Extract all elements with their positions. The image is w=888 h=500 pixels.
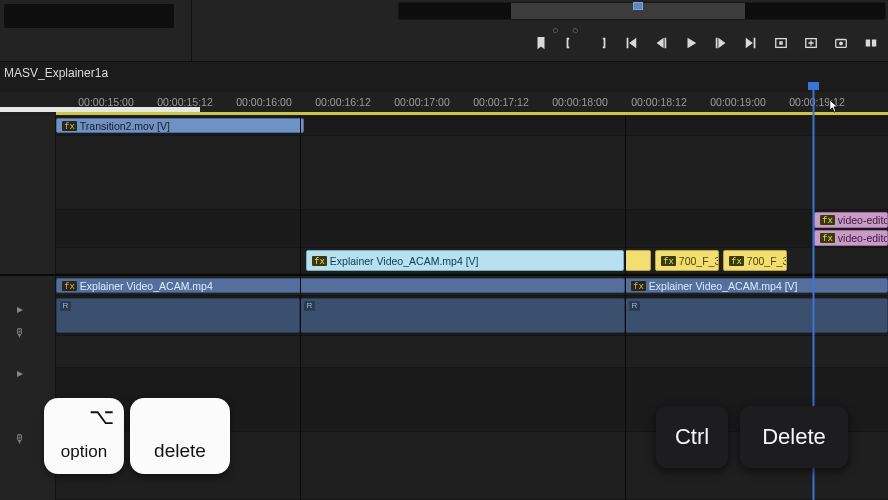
key-hint-ctrl: Ctrl [656, 406, 728, 468]
expand-track-icon[interactable]: ▸ [10, 302, 30, 316]
ruler-timecode: 00:00:17:12 [473, 96, 528, 108]
snapshot-icon[interactable] [830, 32, 852, 54]
clip-label: Explainer Video_ACAM.mp4 [V] [330, 255, 479, 267]
step-back-icon[interactable] [650, 32, 672, 54]
fx-badge: fx [729, 256, 744, 266]
marker-icon[interactable] [530, 32, 552, 54]
clip-label: video-editor-using-pro [838, 214, 888, 226]
track-v2[interactable] [56, 136, 888, 210]
panel-top-right: ○ ○ [192, 0, 888, 62]
step-forward-icon[interactable] [710, 32, 732, 54]
key-label: Delete [762, 424, 826, 450]
fx-badge: fx [631, 281, 646, 291]
lift-icon[interactable] [800, 32, 822, 54]
ruler-timecode: 00:00:16:00 [236, 96, 291, 108]
fx-badge: fx [820, 233, 835, 243]
svg-point-3 [839, 42, 843, 46]
clip-label: video-editor-working- [838, 232, 888, 244]
clip-yellow-2[interactable]: fx 700_F_35 [723, 250, 787, 271]
expand-track-icon[interactable]: ▸ [10, 366, 30, 380]
option-glyph-icon: ⌥ [89, 404, 124, 430]
clip-yellow-1[interactable]: fx 700_F_35 [655, 250, 719, 271]
clip-audio-mid[interactable]: R [300, 298, 625, 333]
clip-pink-0[interactable]: fxvideo-editor-using-pro [814, 212, 888, 228]
fx-badge: fx [312, 256, 327, 266]
edit-cut-line [625, 116, 626, 500]
panel-top-left [0, 0, 192, 62]
ripple-icon[interactable] [860, 32, 882, 54]
key-hint-option: ⌥ option [44, 398, 124, 474]
clip-pink-1[interactable]: fxvideo-editor-working- [814, 230, 888, 246]
mic-icon[interactable]: 🎙 [10, 432, 30, 446]
go-to-in-icon[interactable] [620, 32, 642, 54]
clip-label: Transition2.mov [V] [80, 120, 170, 132]
clip-audio-right[interactable]: R [625, 298, 888, 333]
mini-timeline[interactable] [398, 2, 886, 20]
fx-badge: fx [661, 256, 676, 266]
r-badge: R [629, 301, 640, 311]
mini-timeline-progress [511, 3, 745, 19]
track-a0[interactable]: fx Explainer Video_ACAM.mp4 fx Explainer… [56, 276, 888, 296]
play-icon[interactable] [680, 32, 702, 54]
fx-badge: fx [62, 121, 77, 131]
key-label: delete [154, 440, 206, 474]
fx-badge: fx [62, 281, 77, 291]
r-badge: R [60, 301, 71, 311]
track-v3[interactable]: fx Transition2.mov [V] [56, 116, 888, 136]
fx-badge: fx [820, 215, 835, 225]
go-to-out-icon[interactable] [740, 32, 762, 54]
sequence-tab[interactable]: MASV_Explainer1a [0, 63, 116, 85]
ruler-timecode: 00:00:19:00 [710, 96, 765, 108]
clip-audio-left[interactable]: R [56, 298, 300, 333]
mini-timeline-thumb[interactable] [633, 2, 643, 10]
track-a2[interactable] [56, 336, 888, 368]
track-v1b[interactable]: fxvideo-editor-using-profxvideo-editor-w… [56, 210, 888, 248]
transport-bar [530, 31, 882, 55]
ruler-timecode: 00:00:16:12 [315, 96, 370, 108]
svg-rect-4 [866, 40, 870, 47]
playhead-thumb-icon[interactable] [808, 82, 819, 90]
clip-label: Explainer Video_ACAM.mp4 [80, 280, 213, 292]
clip-label: Explainer Video_ACAM.mp4 [V] [649, 280, 798, 292]
clip-label: 700_F_35 [747, 255, 787, 267]
bracket-close-icon[interactable] [590, 32, 612, 54]
ruler-timecode: 00:00:18:00 [552, 96, 607, 108]
mic-icon[interactable]: 🎙 [10, 326, 30, 340]
ruler-timecode: 00:00:18:12 [631, 96, 686, 108]
key-label: Ctrl [675, 424, 709, 450]
track-a1[interactable]: R R R [56, 296, 888, 336]
clip-transition[interactable]: fx Transition2.mov [V] [56, 118, 304, 133]
clip-explainer-blue-right[interactable]: fx Explainer Video_ACAM.mp4 [V] [625, 278, 888, 293]
key-label: option [61, 442, 107, 474]
time-ruler[interactable]: 00:00:15:0000:00:15:1200:00:16:0000:00:1… [0, 92, 888, 116]
edit-cut-line [300, 116, 301, 500]
ruler-timecode: 00:00:17:00 [394, 96, 449, 108]
key-hint-delete: delete [130, 398, 230, 474]
panel-blank-slot [4, 4, 174, 28]
export-frame-icon[interactable] [770, 32, 792, 54]
svg-rect-5 [872, 40, 876, 47]
key-hint-delete-2: Delete [740, 406, 848, 468]
clip-label: 700_F_35 [679, 255, 719, 267]
bracket-open-icon[interactable] [560, 32, 582, 54]
clip-yellow-stub[interactable] [625, 250, 651, 271]
ruler-timecode: 00:00:19:12 [789, 96, 844, 108]
track-v1a[interactable]: fx Explainer Video_ACAM.mp4 [V] fx 700_F… [56, 248, 888, 274]
r-badge: R [304, 301, 315, 311]
in-out-bar [56, 112, 888, 115]
clip-explainer-cyan[interactable]: fx Explainer Video_ACAM.mp4 [V] [306, 250, 624, 271]
clip-explainer-blue-left[interactable]: fx Explainer Video_ACAM.mp4 [56, 278, 625, 293]
